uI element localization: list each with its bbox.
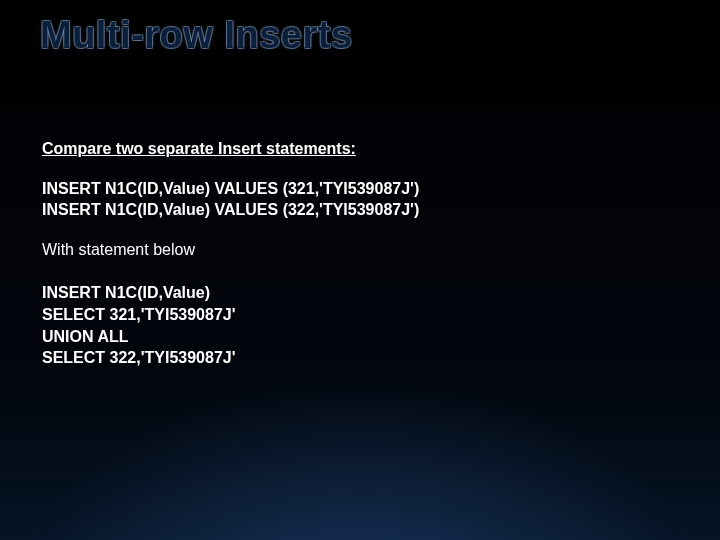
slide-body: Compare two separate Insert statements: … <box>42 138 680 387</box>
slide-root: Multi-row Inserts Compare two separate I… <box>0 0 720 540</box>
union-insert-statement: INSERT N1C(ID,Value) SELECT 321,'TYI5390… <box>42 282 680 368</box>
separate-insert-statements: INSERT N1C(ID,Value) VALUES (321,'TYI539… <box>42 178 680 221</box>
slide-title: Multi-row Inserts <box>40 14 353 57</box>
with-statement-line: With statement below <box>42 239 680 261</box>
compare-heading: Compare two separate Insert statements: <box>42 138 680 160</box>
